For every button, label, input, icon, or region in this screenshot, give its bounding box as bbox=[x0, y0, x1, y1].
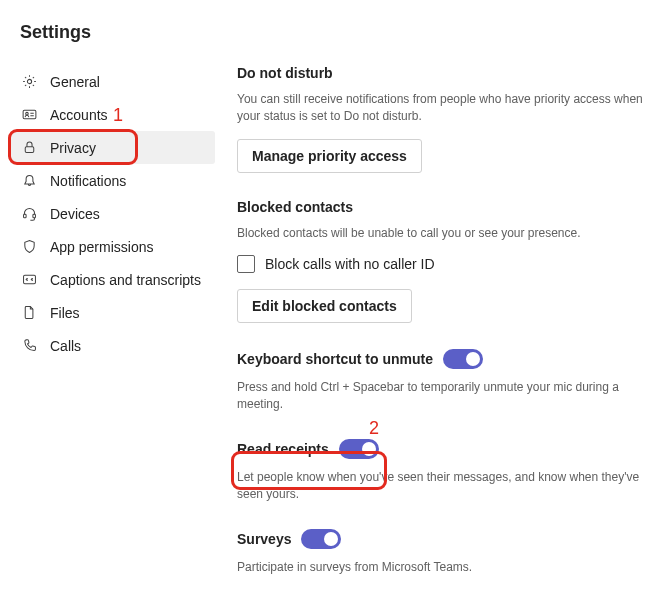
edit-blocked-contacts-button[interactable]: Edit blocked contacts bbox=[237, 289, 412, 323]
id-card-icon bbox=[20, 106, 38, 124]
shortcut-toggle[interactable] bbox=[443, 349, 483, 369]
sidebar-item-label: Calls bbox=[50, 338, 81, 354]
surveys-section: Surveys Participate in surveys from Micr… bbox=[237, 529, 646, 576]
settings-sidebar: General Accounts Privacy bbox=[0, 53, 215, 575]
file-icon bbox=[20, 304, 38, 322]
headset-icon bbox=[20, 205, 38, 223]
surveys-desc: Participate in surveys from Microsoft Te… bbox=[237, 559, 646, 576]
read-receipts-section: Read receipts Let people know when you'v… bbox=[237, 439, 646, 503]
svg-rect-1 bbox=[23, 110, 36, 119]
svg-rect-3 bbox=[25, 147, 34, 153]
sidebar-item-label: Privacy bbox=[50, 140, 96, 156]
phone-icon bbox=[20, 337, 38, 355]
checkbox-icon[interactable] bbox=[237, 255, 255, 273]
keyboard-shortcut-section: Keyboard shortcut to unmute Press and ho… bbox=[237, 349, 646, 413]
shortcut-title: Keyboard shortcut to unmute bbox=[237, 351, 433, 367]
svg-rect-6 bbox=[23, 275, 35, 284]
svg-rect-4 bbox=[23, 214, 26, 217]
blocked-contacts-section: Blocked contacts Blocked contacts will b… bbox=[237, 199, 646, 324]
sidebar-item-label: Accounts bbox=[50, 107, 108, 123]
surveys-toggle[interactable] bbox=[301, 529, 341, 549]
dnd-desc: You can still receive notifications from… bbox=[237, 91, 646, 125]
page-title: Settings bbox=[20, 22, 661, 43]
svg-rect-5 bbox=[32, 214, 35, 217]
sidebar-item-label: Captions and transcripts bbox=[50, 272, 201, 288]
blocked-title: Blocked contacts bbox=[237, 199, 646, 215]
sidebar-item-devices[interactable]: Devices bbox=[10, 197, 215, 230]
read-receipts-toggle[interactable] bbox=[339, 439, 379, 459]
sidebar-item-label: App permissions bbox=[50, 239, 154, 255]
block-no-caller-id-row[interactable]: Block calls with no caller ID bbox=[237, 255, 646, 273]
sidebar-item-notifications[interactable]: Notifications bbox=[10, 164, 215, 197]
shortcut-desc: Press and hold Ctrl + Spacebar to tempor… bbox=[237, 379, 646, 413]
sidebar-item-label: Files bbox=[50, 305, 80, 321]
manage-priority-access-button[interactable]: Manage priority access bbox=[237, 139, 422, 173]
bell-icon bbox=[20, 172, 38, 190]
blocked-desc: Blocked contacts will be unable to call … bbox=[237, 225, 646, 242]
dnd-title: Do not disturb bbox=[237, 65, 646, 81]
settings-content: Do not disturb You can still receive not… bbox=[215, 53, 661, 575]
sidebar-item-label: Notifications bbox=[50, 173, 126, 189]
svg-point-0 bbox=[27, 79, 31, 83]
read-receipts-title: Read receipts bbox=[237, 441, 329, 457]
checkbox-label: Block calls with no caller ID bbox=[265, 256, 435, 272]
surveys-title: Surveys bbox=[237, 531, 291, 547]
shield-icon bbox=[20, 238, 38, 256]
sidebar-item-captions[interactable]: Captions and transcripts bbox=[10, 263, 215, 296]
sidebar-item-label: General bbox=[50, 74, 100, 90]
sidebar-item-files[interactable]: Files bbox=[10, 296, 215, 329]
lock-icon bbox=[20, 139, 38, 157]
sidebar-item-app-permissions[interactable]: App permissions bbox=[10, 230, 215, 263]
sidebar-item-calls[interactable]: Calls bbox=[10, 329, 215, 362]
gear-icon bbox=[20, 73, 38, 91]
dnd-section: Do not disturb You can still receive not… bbox=[237, 65, 646, 173]
sidebar-item-accounts[interactable]: Accounts bbox=[10, 98, 215, 131]
read-receipts-desc: Let people know when you've seen their m… bbox=[237, 469, 646, 503]
sidebar-item-privacy[interactable]: Privacy bbox=[10, 131, 215, 164]
sidebar-item-general[interactable]: General bbox=[10, 65, 215, 98]
svg-point-2 bbox=[25, 112, 28, 115]
captions-icon bbox=[20, 271, 38, 289]
sidebar-item-label: Devices bbox=[50, 206, 100, 222]
